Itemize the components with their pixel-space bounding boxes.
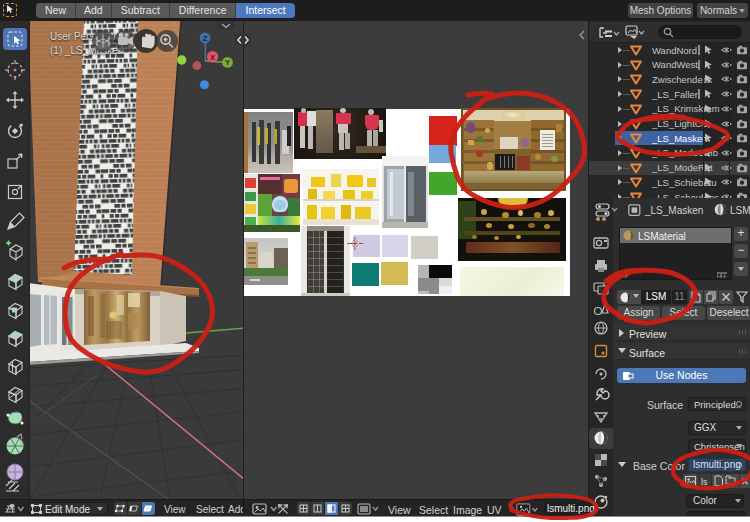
svg-text:ls: ls — [701, 477, 708, 487]
svg-text:Y: Y — [225, 58, 230, 67]
svg-text:X: X — [210, 53, 215, 62]
svg-text:Z: Z — [203, 34, 208, 43]
